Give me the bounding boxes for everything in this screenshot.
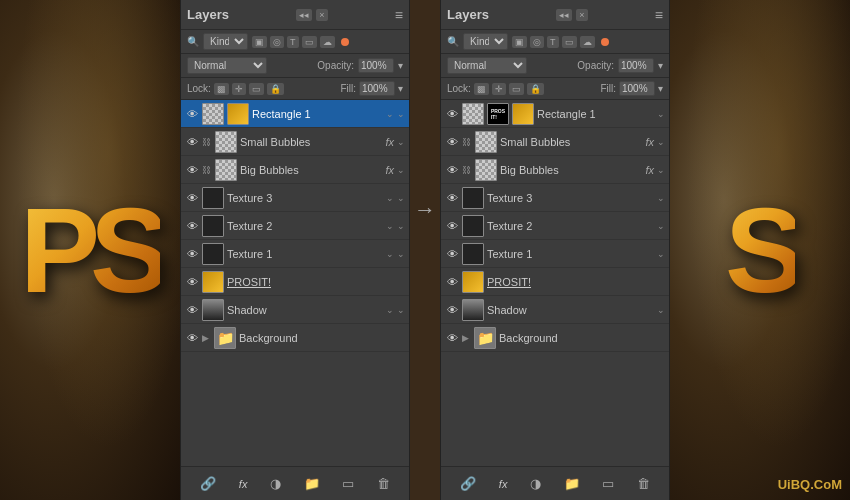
panel-menu-right[interactable]: ≡ — [655, 7, 663, 23]
footer-mask-right[interactable]: ▭ — [602, 476, 614, 491]
filter-pixel-icon[interactable]: ▣ — [252, 36, 267, 48]
eye-icon-small-left[interactable]: 👁 — [185, 135, 199, 149]
lock-move-icon[interactable]: ✛ — [232, 83, 246, 95]
opacity-chevron-right[interactable]: ▾ — [658, 60, 663, 71]
chevron-small-right[interactable]: ⌄ — [657, 137, 665, 147]
layer-prosit-left[interactable]: 👁 PROSIT! — [181, 268, 409, 296]
chevron2-t2-left[interactable]: ⌄ — [397, 221, 405, 231]
chevron-rect1-right[interactable]: ⌄ — [657, 109, 665, 119]
filter-adjust-icon-r[interactable]: ◎ — [530, 36, 544, 48]
panel-collapse-left[interactable]: ◂◂ — [296, 9, 312, 21]
lock-artboard-icon[interactable]: ▭ — [249, 83, 264, 95]
footer-fx-right[interactable]: fx — [499, 478, 508, 490]
eye-icon-big-right[interactable]: 👁 — [445, 163, 459, 177]
panel-menu-left[interactable]: ≡ — [395, 7, 403, 23]
fill-input-left[interactable] — [359, 81, 395, 96]
lock-move-icon-r[interactable]: ✛ — [492, 83, 506, 95]
fill-input-right[interactable] — [619, 81, 655, 96]
panel-expand-left[interactable]: × — [316, 9, 327, 21]
chevron-shadow-right[interactable]: ⌄ — [657, 305, 665, 315]
eye-icon-t1-left[interactable]: 👁 — [185, 247, 199, 261]
eye-icon-shadow-right[interactable]: 👁 — [445, 303, 459, 317]
lock-all-icon-r[interactable]: 🔒 — [527, 83, 544, 95]
chevron2-t3-left[interactable]: ⌄ — [397, 193, 405, 203]
lock-checkerboard-icon[interactable]: ▩ — [214, 83, 229, 95]
lock-checkerboard-icon-r[interactable]: ▩ — [474, 83, 489, 95]
footer-adjustment-left[interactable]: ◑ — [270, 476, 281, 491]
chevron-big-right[interactable]: ⌄ — [657, 165, 665, 175]
layer-background-right[interactable]: 👁 ▶ 📁 Background — [441, 324, 669, 352]
eye-icon-bg-left[interactable]: 👁 — [185, 331, 199, 345]
eye-icon-bg-right[interactable]: 👁 — [445, 331, 459, 345]
layers-list-right[interactable]: 👁 PROSIT! Rectangle 1 ⌄ 👁 ⛓ Small Bubble… — [441, 100, 669, 466]
layer-texture1-right[interactable]: 👁 Texture 1 ⌄ — [441, 240, 669, 268]
footer-folder-right[interactable]: 📁 — [564, 476, 580, 491]
eye-icon-t1-right[interactable]: 👁 — [445, 247, 459, 261]
eye-icon-t3-right[interactable]: 👁 — [445, 191, 459, 205]
eye-icon-prosit-right[interactable]: 👁 — [445, 275, 459, 289]
opacity-chevron-left[interactable]: ▾ — [398, 60, 403, 71]
fill-chevron-left[interactable]: ▾ — [398, 83, 403, 94]
layer-prosit-right[interactable]: 👁 PROSIT! — [441, 268, 669, 296]
blend-select-left[interactable]: Normal — [187, 57, 267, 74]
chevron2-rect1-left[interactable]: ⌄ — [397, 109, 405, 119]
filter-shape-icon[interactable]: ▭ — [302, 36, 317, 48]
chevron-small-left[interactable]: ⌄ — [397, 137, 405, 147]
footer-adjustment-right[interactable]: ◑ — [530, 476, 541, 491]
filter-smart-icon[interactable]: ☁ — [320, 36, 335, 48]
kind-select-right[interactable]: Kind — [463, 33, 508, 50]
layer-smallbubbles-right[interactable]: 👁 ⛓ Small Bubbles fx ⌄ — [441, 128, 669, 156]
filter-smart-icon-r[interactable]: ☁ — [580, 36, 595, 48]
chevron2-shadow-left[interactable]: ⌄ — [397, 305, 405, 315]
filter-pixel-icon-r[interactable]: ▣ — [512, 36, 527, 48]
layers-list-left[interactable]: 👁 Rectangle 1 ⌄ ⌄ 👁 ⛓ Small Bubbles fx ⌄… — [181, 100, 409, 466]
layer-smallbubbles-left[interactable]: 👁 ⛓ Small Bubbles fx ⌄ — [181, 128, 409, 156]
eye-icon-t2-left[interactable]: 👁 — [185, 219, 199, 233]
layer-texture2-left[interactable]: 👁 Texture 2 ⌄ ⌄ — [181, 212, 409, 240]
panel-collapse-right[interactable]: ◂◂ — [556, 9, 572, 21]
panel-expand-right[interactable]: × — [576, 9, 587, 21]
eye-icon-t2-right[interactable]: 👁 — [445, 219, 459, 233]
footer-link-left[interactable]: 🔗 — [200, 476, 216, 491]
eye-icon-shadow-left[interactable]: 👁 — [185, 303, 199, 317]
chevron-big-left[interactable]: ⌄ — [397, 165, 405, 175]
folder-arrow-left[interactable]: ▶ — [202, 333, 209, 343]
eye-icon-t3-left[interactable]: 👁 — [185, 191, 199, 205]
layer-background-left[interactable]: 👁 ▶ 📁 Background — [181, 324, 409, 352]
filter-shape-icon-r[interactable]: ▭ — [562, 36, 577, 48]
footer-mask-left[interactable]: ▭ — [342, 476, 354, 491]
opacity-input-left[interactable] — [358, 58, 394, 73]
chevron-t3-right[interactable]: ⌄ — [657, 193, 665, 203]
layer-texture3-right[interactable]: 👁 Texture 3 ⌄ — [441, 184, 669, 212]
layer-shadow-left[interactable]: 👁 Shadow ⌄ ⌄ — [181, 296, 409, 324]
footer-delete-right[interactable]: 🗑 — [637, 476, 650, 491]
footer-delete-left[interactable]: 🗑 — [377, 476, 390, 491]
eye-icon-small-right[interactable]: 👁 — [445, 135, 459, 149]
folder-arrow-right[interactable]: ▶ — [462, 333, 469, 343]
chevron-t1-right[interactable]: ⌄ — [657, 249, 665, 259]
filter-text-icon[interactable]: T — [287, 36, 299, 48]
layer-texture3-left[interactable]: 👁 Texture 3 ⌄ ⌄ — [181, 184, 409, 212]
eye-icon-rect1-left[interactable]: 👁 — [185, 107, 199, 121]
layer-texture2-right[interactable]: 👁 Texture 2 ⌄ — [441, 212, 669, 240]
lock-all-icon[interactable]: 🔒 — [267, 83, 284, 95]
layer-bigbubbles-left[interactable]: 👁 ⛓ Big Bubbles fx ⌄ — [181, 156, 409, 184]
footer-folder-left[interactable]: 📁 — [304, 476, 320, 491]
footer-fx-left[interactable]: fx — [239, 478, 248, 490]
opacity-input-right[interactable] — [618, 58, 654, 73]
kind-select-left[interactable]: Kind — [203, 33, 248, 50]
chevron-t2-right[interactable]: ⌄ — [657, 221, 665, 231]
layer-shadow-right[interactable]: 👁 Shadow ⌄ — [441, 296, 669, 324]
blend-select-right[interactable]: Normal — [447, 57, 527, 74]
eye-icon-big-left[interactable]: 👁 — [185, 163, 199, 177]
layer-bigbubbles-right[interactable]: 👁 ⛓ Big Bubbles fx ⌄ — [441, 156, 669, 184]
footer-link-right[interactable]: 🔗 — [460, 476, 476, 491]
filter-text-icon-r[interactable]: T — [547, 36, 559, 48]
eye-icon-prosit-left[interactable]: 👁 — [185, 275, 199, 289]
fill-chevron-right[interactable]: ▾ — [658, 83, 663, 94]
layer-rectangle1-left[interactable]: 👁 Rectangle 1 ⌄ ⌄ — [181, 100, 409, 128]
layer-texture1-left[interactable]: 👁 Texture 1 ⌄ ⌄ — [181, 240, 409, 268]
lock-artboard-icon-r[interactable]: ▭ — [509, 83, 524, 95]
layer-rectangle1-right[interactable]: 👁 PROSIT! Rectangle 1 ⌄ — [441, 100, 669, 128]
eye-icon-rect1-right[interactable]: 👁 — [445, 107, 459, 121]
